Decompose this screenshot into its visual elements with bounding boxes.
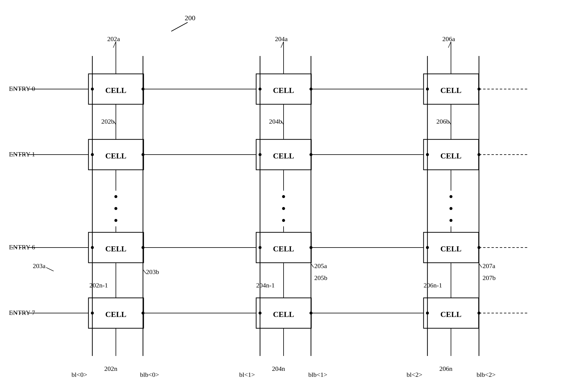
cell-label-col1-1: CELL xyxy=(105,152,127,160)
label-entry1: ENTRY 1 xyxy=(9,150,35,158)
junc-col3l-entry0 xyxy=(426,88,429,91)
junc-col2l-entry7 xyxy=(259,312,262,315)
junc-col1r-entry6 xyxy=(141,246,144,249)
cell-label-col1-0: CELL xyxy=(105,86,127,95)
cell-label-col2-1: CELL xyxy=(273,152,294,160)
cell-label-col2-0: CELL xyxy=(273,86,294,95)
junc-col2l-entry1 xyxy=(259,153,262,156)
svg-line-0 xyxy=(171,22,188,31)
label-bl2: bl<2> xyxy=(407,371,422,378)
junc-col3r-entry1 xyxy=(477,153,480,156)
svg-line-51 xyxy=(448,42,451,48)
label-blb2: blb<2> xyxy=(477,371,496,378)
svg-line-12 xyxy=(46,267,54,271)
label-206a: 206a xyxy=(442,35,455,43)
label-203b: 203b xyxy=(146,268,159,276)
dot-col2-1 xyxy=(282,195,285,198)
cell-label-col3-6: CELL xyxy=(441,245,462,253)
label-204n: 204n xyxy=(272,365,285,372)
cell-label-col3-0: CELL xyxy=(441,86,462,95)
cell-label-col3-1: CELL xyxy=(441,152,462,160)
dot-col3-2 xyxy=(449,207,452,210)
svg-line-53 xyxy=(479,264,482,267)
label-blb0: blb<0> xyxy=(140,371,159,378)
junc-col3l-entry1 xyxy=(426,153,429,156)
label-204n-1: 204n-1 xyxy=(256,281,275,289)
junc-col2l-entry0 xyxy=(259,88,262,91)
dot-col2-2 xyxy=(282,207,285,210)
svg-line-10 xyxy=(113,42,116,48)
label-206n-1: 206n-1 xyxy=(424,281,442,289)
label-200: 200 xyxy=(185,14,195,22)
diagram: 200 CELL CELL CELL CELL xyxy=(0,0,571,392)
label-202b: 202b xyxy=(101,118,114,125)
junc-col3r-entry6 xyxy=(477,246,480,249)
junc-col2l-entry6 xyxy=(259,246,262,249)
junc-col2r-entry7 xyxy=(309,312,312,315)
junc-col2r-entry1 xyxy=(309,153,312,156)
dot-col2-3 xyxy=(282,219,285,222)
label-205a: 205a xyxy=(314,262,327,270)
label-206b: 206b xyxy=(436,118,449,125)
dot-col3-3 xyxy=(449,219,452,222)
junc-col3r-entry0 xyxy=(477,88,480,91)
dot-col1-3 xyxy=(114,219,117,222)
label-entry7: ENTRY 7 xyxy=(9,309,35,316)
junc-col3r-entry7 xyxy=(477,312,480,315)
label-202a: 202a xyxy=(107,35,120,43)
dot-col1-1 xyxy=(114,195,117,198)
label-204a: 204a xyxy=(275,35,288,43)
cell-label-col2-6: CELL xyxy=(273,245,294,253)
label-205b: 205b xyxy=(314,274,327,281)
junc-col1r-entry1 xyxy=(141,153,144,156)
junc-col1r-entry7 xyxy=(141,312,144,315)
label-202n: 202n xyxy=(104,365,117,372)
junc-col3l-entry6 xyxy=(426,246,429,249)
dot-col3-1 xyxy=(449,195,452,198)
label-entry0: ENTRY 0 xyxy=(9,85,35,92)
junc-col2r-entry0 xyxy=(309,88,312,91)
cell-label-col2-7: CELL xyxy=(273,310,294,319)
label-202n-1: 202n-1 xyxy=(89,281,108,289)
label-203a: 203a xyxy=(33,262,46,270)
junc-col2r-entry6 xyxy=(309,246,312,249)
label-204b: 204b xyxy=(269,118,282,125)
junc-col1r-entry0 xyxy=(141,88,144,91)
junc-col3l-entry7 xyxy=(426,312,429,315)
label-bl1: bl<1> xyxy=(239,371,255,378)
junc-col1l-entry0 xyxy=(91,88,94,91)
junc-col1l-entry7 xyxy=(91,312,94,315)
cell-label-col1-6: CELL xyxy=(105,245,127,253)
svg-line-13 xyxy=(143,270,146,273)
svg-line-27 xyxy=(281,42,284,48)
schematic-svg: 200 CELL CELL CELL CELL xyxy=(0,0,571,392)
cell-label-col1-7: CELL xyxy=(105,310,127,319)
svg-line-29 xyxy=(311,264,314,267)
label-207b: 207b xyxy=(483,274,496,281)
label-206n: 206n xyxy=(439,365,452,372)
label-entry6: ENTRY 6 xyxy=(9,243,35,251)
dot-col1-2 xyxy=(114,207,117,210)
junc-col1l-entry6 xyxy=(91,246,94,249)
cell-label-col3-7: CELL xyxy=(441,310,462,319)
label-blb1: blb<1> xyxy=(308,371,327,378)
label-207a: 207a xyxy=(483,262,495,270)
junc-col1l-entry1 xyxy=(91,153,94,156)
label-bl0: bl<0> xyxy=(71,371,87,378)
